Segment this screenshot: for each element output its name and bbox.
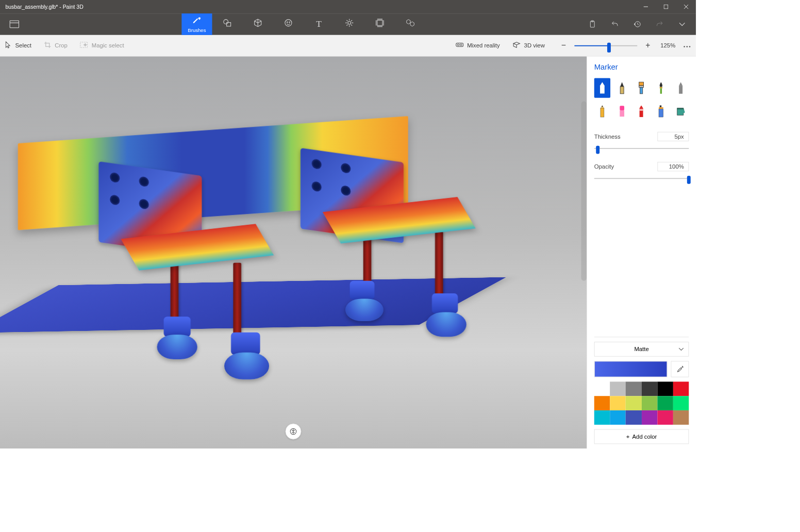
svg-point-33	[687, 46, 688, 47]
color-swatch[interactable]	[673, 396, 689, 410]
svg-rect-49	[660, 105, 661, 107]
3d-model[interactable]	[13, 92, 498, 415]
color-swatch[interactable]	[610, 410, 626, 425]
tab-effects[interactable]	[334, 13, 364, 35]
crop-tool[interactable]: Crop	[44, 41, 67, 50]
3d-view-label: 3D view	[524, 42, 545, 49]
tab-stickers[interactable]	[273, 13, 304, 35]
crop-icon	[44, 41, 51, 50]
color-swatch[interactable]	[594, 381, 610, 396]
brush-watercolor[interactable]	[653, 78, 669, 97]
3d-view-toggle[interactable]	[285, 423, 301, 439]
zoom-slider[interactable]	[574, 41, 637, 50]
opacity-value[interactable]: 100%	[657, 162, 689, 171]
expand-button[interactable]	[671, 13, 694, 35]
color-swatch[interactable]	[673, 381, 689, 396]
color-swatch[interactable]	[673, 410, 689, 425]
current-color[interactable]	[594, 361, 668, 377]
material-value: Matte	[634, 346, 648, 353]
tab-3d-shapes[interactable]	[243, 13, 273, 35]
zoom-value: 125%	[660, 42, 675, 49]
thickness-slider[interactable]	[594, 145, 689, 152]
brush-pixel[interactable]	[673, 78, 689, 97]
material-dropdown[interactable]: Matte	[594, 342, 689, 357]
menu-button[interactable]	[3, 13, 26, 35]
opacity-label: Opacity	[594, 163, 614, 170]
mixed-reality-button[interactable]: Mixed reality	[456, 42, 500, 49]
magic-icon	[80, 42, 88, 49]
zoom-out-button[interactable]: −	[557, 39, 570, 52]
svg-point-32	[684, 46, 685, 47]
color-swatch[interactable]	[657, 410, 673, 425]
eyedropper-button[interactable]	[671, 361, 689, 377]
close-button[interactable]	[676, 0, 696, 13]
brush-calligraphy[interactable]	[614, 78, 630, 97]
brush-picker	[594, 78, 689, 121]
add-color-label: Add color	[632, 433, 657, 440]
color-swatch[interactable]	[642, 410, 658, 425]
magic-select-tool[interactable]: Magic select	[80, 42, 124, 49]
tab-text[interactable]: T	[304, 13, 334, 35]
svg-point-10	[289, 22, 290, 22]
tab-2d-shapes[interactable]	[212, 13, 243, 35]
add-color-button[interactable]: + Add color	[594, 429, 689, 444]
history-button[interactable]	[626, 13, 649, 35]
opacity-control: Opacity 100%	[594, 162, 689, 182]
svg-line-16	[347, 20, 347, 21]
svg-rect-41	[660, 87, 662, 89]
properties-panel: Marker	[587, 57, 696, 448]
effects-icon	[345, 19, 354, 30]
ribbon-tabs: Brushes T	[181, 13, 425, 35]
cube-icon	[254, 19, 262, 30]
svg-point-6	[224, 20, 228, 24]
color-swatch[interactable]	[642, 381, 658, 396]
color-swatch[interactable]	[594, 396, 610, 410]
minimize-button[interactable]	[636, 0, 656, 13]
svg-rect-46	[620, 110, 624, 117]
tab-label: Brushes	[188, 27, 206, 32]
mixed-reality-label: Mixed reality	[467, 42, 499, 49]
color-swatch[interactable]	[657, 381, 673, 396]
color-palette	[594, 381, 689, 425]
color-swatch[interactable]	[594, 410, 610, 425]
canvas-scrollbar[interactable]	[581, 102, 587, 281]
svg-line-19	[351, 20, 352, 21]
color-swatch[interactable]	[626, 381, 642, 396]
more-options-button[interactable]	[684, 42, 691, 49]
canvas[interactable]	[0, 57, 587, 448]
color-swatch[interactable]	[610, 396, 626, 410]
brush-crayon[interactable]	[634, 102, 649, 121]
maximize-button[interactable]	[656, 0, 676, 13]
svg-rect-39	[639, 86, 644, 87]
color-swatch[interactable]	[642, 396, 658, 410]
thickness-value[interactable]: 5px	[657, 132, 689, 141]
zoom-in-button[interactable]: +	[642, 39, 654, 52]
select-tool[interactable]: Select	[5, 41, 31, 50]
panel-heading: Marker	[594, 63, 689, 72]
tab-canvas[interactable]	[364, 13, 395, 35]
color-swatch[interactable]	[626, 396, 642, 410]
3d-view-button[interactable]: 3D view	[512, 42, 545, 49]
tab-brushes[interactable]: Brushes	[181, 13, 212, 35]
brush-fill[interactable]	[673, 102, 689, 121]
brush-oil[interactable]	[634, 78, 649, 97]
brush-pencil[interactable]	[594, 102, 610, 121]
svg-point-11	[348, 21, 351, 24]
brush-spray[interactable]	[653, 102, 669, 121]
redo-button[interactable]	[648, 13, 671, 35]
opacity-slider[interactable]	[594, 175, 689, 182]
tab-3d-library[interactable]	[395, 13, 425, 35]
undo-button[interactable]	[604, 13, 626, 35]
brush-eraser[interactable]	[614, 102, 630, 121]
svg-rect-50	[659, 107, 663, 109]
paste-button[interactable]	[581, 13, 604, 35]
sub-toolbar: Select Crop Magic select Mixed reality 3…	[0, 35, 696, 57]
color-swatch[interactable]	[626, 410, 642, 425]
mixed-reality-icon	[456, 42, 464, 49]
svg-line-18	[347, 25, 347, 25]
ribbon-right	[581, 13, 694, 35]
color-swatch[interactable]	[610, 381, 626, 396]
brush-marker[interactable]	[594, 78, 610, 97]
color-swatch[interactable]	[657, 396, 673, 410]
svg-rect-38	[639, 82, 644, 86]
